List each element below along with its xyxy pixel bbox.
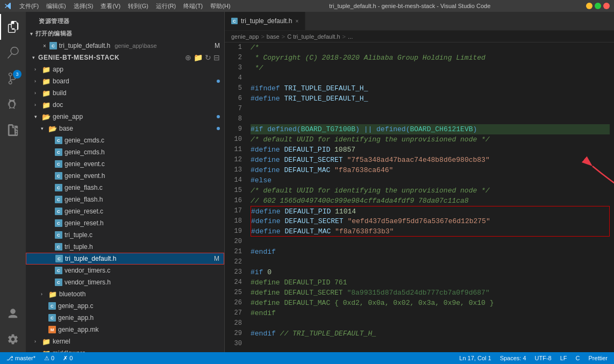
activity-source-control[interactable]: 3 <box>0 66 26 91</box>
menu-goto[interactable]: 转到(G) <box>125 1 152 11</box>
folder-bluetooth[interactable]: › 📁 bluetooth <box>26 288 224 300</box>
ln-27: 27 <box>229 308 242 318</box>
code-line-14-text: #else <box>251 175 272 185</box>
file-vendor-timers-c-icon: C <box>55 267 62 274</box>
file-genie-app-h[interactable]: › C genie_app.h <box>26 312 224 324</box>
file-tri-tuple-c[interactable]: › C tri_tuple.c <box>26 229 224 241</box>
folder-base[interactable]: ▾ 📂 base <box>26 123 224 134</box>
breadcrumb-part-1[interactable]: base <box>267 33 280 40</box>
menu-terminal[interactable]: 终端(T) <box>180 1 206 11</box>
menu-help[interactable]: 帮助(H) <box>207 1 233 11</box>
ln-7: 7 <box>229 104 242 114</box>
menu-bar[interactable]: 文件(F) 编辑(E) 选择(S) 查看(V) 转到(G) 运行(R) 终端(T… <box>16 1 234 11</box>
status-errors[interactable]: ✗ 0 <box>61 355 75 362</box>
code-line-23-text: #if 0 <box>251 267 272 277</box>
folder-app[interactable]: › 📁 app <box>26 63 224 75</box>
menu-selection[interactable]: 选择(S) <box>70 1 97 11</box>
editor-close-icon[interactable]: × <box>43 43 46 49</box>
file-genie-event-c[interactable]: › C genie_event.c <box>26 158 224 170</box>
status-language[interactable]: C <box>574 355 582 361</box>
folder-middleware[interactable]: › 📁 middleware <box>26 347 224 352</box>
ln-28: 28 <box>229 318 242 329</box>
folder-board[interactable]: › 📁 board <box>26 75 224 87</box>
open-editor-item[interactable]: × C tri_tuple_default.h genie_app\base M <box>26 40 224 52</box>
file-genie-reset-h-icon: C <box>55 219 62 227</box>
file-genie-app-c-icon: C <box>48 302 56 310</box>
project-chevron: ▾ <box>32 55 35 60</box>
ln-29: 29 <box>229 329 242 339</box>
file-genie-event-h[interactable]: › C genie_event.h <box>26 170 224 182</box>
menu-edit[interactable]: 编辑(E) <box>43 1 69 11</box>
activity-debug[interactable] <box>0 91 26 117</box>
menu-view[interactable]: 查看(V) <box>97 1 124 11</box>
code-line-13: #define DEFAULT_MAC "f8a7638ca646" <box>251 165 610 175</box>
activity-search[interactable] <box>0 40 26 66</box>
file-genie-flash-c[interactable]: › C genie_flash.c <box>26 182 224 194</box>
status-eol[interactable]: LF <box>558 355 569 361</box>
code-line-19-text: #define DEFAULT_MAC "f8a7638f33b3" <box>251 226 394 237</box>
folder-base-label: base <box>59 125 73 132</box>
status-position[interactable]: Ln 17, Col 1 <box>457 355 493 361</box>
status-prettier[interactable]: Prettier <box>587 355 610 361</box>
menu-file[interactable]: 文件(F) <box>16 1 42 11</box>
activity-bar: 3 <box>0 12 26 352</box>
file-genie-reset-h[interactable]: › C genie_reset.h <box>26 217 224 229</box>
minimize-button[interactable] <box>586 3 592 9</box>
file-genie-app-c[interactable]: › C genie_app.c <box>26 300 224 312</box>
ln-10: 10 <box>229 134 242 145</box>
file-genie-flash-c-label: genie_flash.c <box>65 184 103 191</box>
file-genie-app-mk[interactable]: › M genie_app.mk <box>26 324 224 336</box>
file-tri-tuple-default-h[interactable]: › C tri_tuple_default.h M <box>26 253 224 265</box>
file-tree: › 📁 app › 📁 board › 📁 build › 📁 doc <box>26 63 224 352</box>
file-genie-cmds-c[interactable]: › C genie_cmds.c <box>26 134 224 146</box>
project-actions[interactable]: ⊕ 📁 ↻ ⊟ <box>185 53 220 62</box>
open-editors-label: 打开的编辑器 <box>35 30 73 38</box>
breadcrumb-part-0[interactable]: genie_app <box>231 33 259 40</box>
folder-doc[interactable]: › 📁 doc <box>26 99 224 111</box>
status-branch[interactable]: ⎇ master* <box>4 355 38 362</box>
file-vendor-timers-c[interactable]: › C vendor_timers.c <box>26 265 224 276</box>
file-vendor-timers-h[interactable]: › C vendor_timers.h <box>26 276 224 288</box>
open-editors-header[interactable]: ▾ 打开的编辑器 <box>26 27 224 40</box>
status-encoding[interactable]: UTF-8 <box>533 355 554 361</box>
window-controls[interactable] <box>586 3 610 9</box>
file-genie-reset-c[interactable]: › C genie_reset.c <box>26 205 224 217</box>
code-content[interactable]: /* * Copyright (C) 2018-2020 Alibaba Gro… <box>246 42 614 352</box>
tab-close-icon[interactable]: × <box>295 18 298 24</box>
folder-kernel[interactable]: › 📁 kernel <box>26 336 224 347</box>
title-bar-left: 文件(F) 编辑(E) 选择(S) 查看(V) 转到(G) 运行(R) 终端(T… <box>4 1 234 11</box>
editor-tab-active[interactable]: C tri_tuple_default.h × <box>225 12 305 30</box>
folder-genie-app-icon: 📂 <box>42 113 51 121</box>
file-tri-tuple-h[interactable]: › C tri_tuple.h <box>26 241 224 253</box>
collapse-icon[interactable]: ⊟ <box>213 53 220 62</box>
code-line-22 <box>251 257 610 267</box>
file-genie-reset-c-icon: C <box>55 208 62 215</box>
folder-build[interactable]: › 📁 build <box>26 87 224 99</box>
activity-extensions[interactable] <box>0 117 26 143</box>
new-folder-icon[interactable]: 📁 <box>194 53 203 62</box>
file-genie-flash-h[interactable]: › C genie_flash.h <box>26 194 224 205</box>
status-warnings[interactable]: ⚠ 0 <box>42 355 56 362</box>
board-dot <box>217 80 220 83</box>
maximize-button[interactable] <box>595 3 601 9</box>
refresh-icon[interactable]: ↻ <box>205 53 211 62</box>
folder-genie-app[interactable]: ▾ 📂 genie_app <box>26 111 224 123</box>
code-line-17-text: #define DEFAULT_PID 11014 <box>251 206 356 217</box>
line-numbers: 1 2 3 4 5 6 7 8 9 10 11 12 13 14 15 16 1 <box>225 42 246 352</box>
folder-build-icon: 📁 <box>42 89 51 97</box>
project-header[interactable]: ▾ GENIE-BT-MESH-STACK ⊕ 📁 ↻ ⊟ <box>26 52 224 63</box>
activity-account[interactable] <box>0 301 26 326</box>
new-file-icon[interactable]: ⊕ <box>185 53 191 62</box>
ln-19: 19 <box>229 226 242 237</box>
file-genie-cmds-h[interactable]: › C genie_cmds.h <box>26 146 224 158</box>
menu-run[interactable]: 运行(R) <box>153 1 179 11</box>
breadcrumb-sep-1: > <box>282 33 285 40</box>
activity-settings[interactable] <box>0 326 26 352</box>
title-bar: 文件(F) 编辑(E) 选择(S) 查看(V) 转到(G) 运行(R) 终端(T… <box>0 0 614 12</box>
code-editor[interactable]: 1 2 3 4 5 6 7 8 9 10 11 12 13 14 15 16 1 <box>225 42 614 352</box>
status-spaces[interactable]: Spaces: 4 <box>498 355 529 361</box>
close-button[interactable] <box>603 3 610 9</box>
activity-explorer[interactable] <box>0 14 26 40</box>
file-genie-event-c-icon: C <box>55 160 62 168</box>
breadcrumb-part-2[interactable]: C tri_tuple_default.h <box>287 33 340 40</box>
